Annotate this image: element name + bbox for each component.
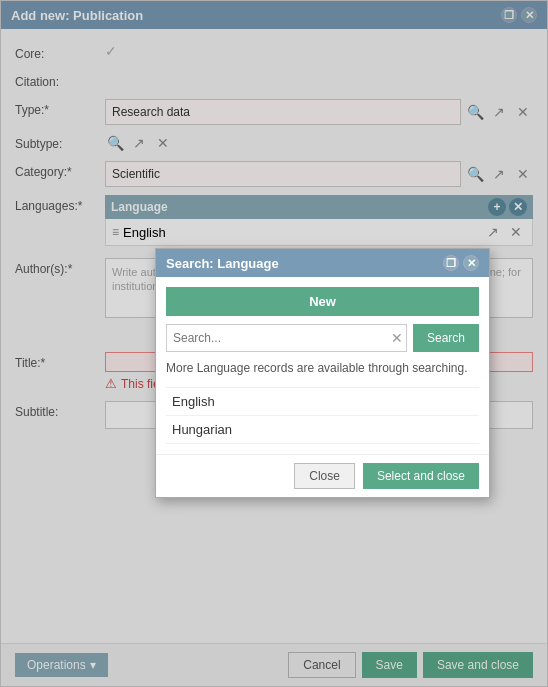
dialog-body: New ✕ Search More Language records are a… (156, 277, 489, 454)
dialog-close-button[interactable]: Close (294, 463, 355, 489)
result-list: English Hungarian (166, 387, 479, 444)
new-button[interactable]: New (166, 287, 479, 316)
search-row: ✕ Search (166, 324, 479, 352)
search-clear-icon[interactable]: ✕ (391, 330, 403, 346)
search-input-wrapper: ✕ (166, 324, 407, 352)
result-item-hungarian[interactable]: Hungarian (166, 416, 479, 444)
dialog-title-bar: Search: Language ❐ ✕ (156, 249, 489, 277)
dialog-restore-icon[interactable]: ❐ (443, 255, 459, 271)
dialog-title-icons: ❐ ✕ (443, 255, 479, 271)
select-and-close-button[interactable]: Select and close (363, 463, 479, 489)
dialog-close-icon[interactable]: ✕ (463, 255, 479, 271)
dialog-title: Search: Language (166, 256, 279, 271)
result-item-english[interactable]: English (166, 388, 479, 416)
dialog-footer: Close Select and close (156, 454, 489, 497)
search-button[interactable]: Search (413, 324, 479, 352)
search-dialog: Search: Language ❐ ✕ New ✕ Search More L… (155, 248, 490, 498)
search-input[interactable] (166, 324, 407, 352)
search-hint: More Language records are available thro… (166, 360, 479, 377)
